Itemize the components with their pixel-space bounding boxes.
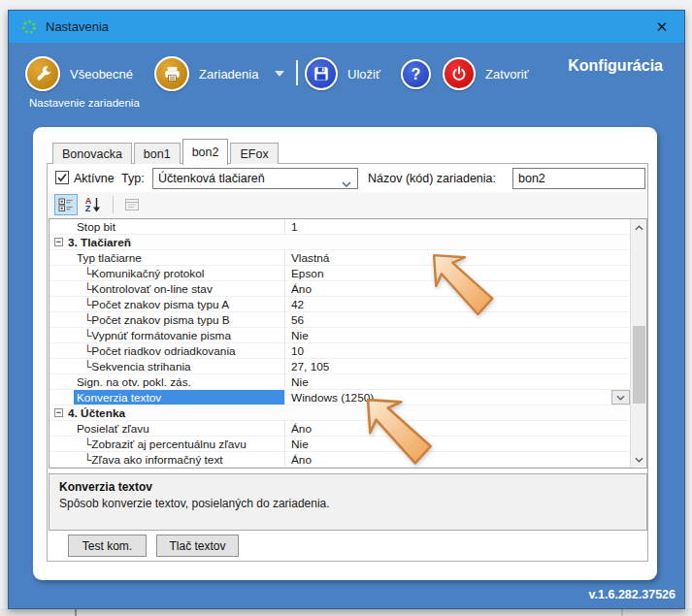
category-label: 3. Tlačiareň: [68, 235, 131, 249]
property-value[interactable]: Windows (1250): [285, 390, 630, 405]
category-label: 4. Účtenka: [68, 405, 125, 420]
property-value-text: 10: [291, 344, 304, 358]
help-button[interactable]: ?: [401, 59, 431, 89]
save-button[interactable]: Uložiť: [305, 57, 380, 90]
grid-row[interactable]: └Počet riadkov odriadkovania10: [49, 343, 630, 359]
property-value[interactable]: Nie: [285, 374, 630, 389]
scroll-up-button[interactable]: [631, 219, 647, 236]
property-name[interactable]: Sign. na otv. pokl. zás.: [49, 374, 285, 389]
property-name[interactable]: └Vypnúť formátovanie pisma: [49, 328, 285, 342]
property-value[interactable]: Epson: [285, 266, 630, 280]
property-value[interactable]: Nie: [285, 328, 630, 342]
print-texts-button[interactable]: Tlač textov: [156, 535, 239, 557]
property-description-title: Konverzia textov: [59, 480, 637, 494]
property-name[interactable]: └Zobraziť aj percentuálnu zľavu: [49, 437, 285, 451]
property-name[interactable]: └Počet znakov pisma typu A: [49, 297, 285, 311]
active-checkbox-label: Aktívne: [74, 172, 115, 185]
close-app-button-label: Zatvoriť: [485, 67, 529, 81]
devices-dropdown-icon[interactable]: [275, 71, 284, 77]
collapse-icon[interactable]: −: [54, 238, 63, 246]
wrench-icon: [25, 56, 60, 91]
grid-row[interactable]: Typ tlačiarneVlastná: [49, 250, 630, 266]
property-value[interactable]: 1: [285, 219, 630, 234]
property-name[interactable]: └Kontrolovať on-line stav: [49, 281, 285, 296]
property-value[interactable]: Nie: [285, 437, 630, 451]
property-grid[interactable]: Stop bit1−3. TlačiareňTyp tlačiarneVlast…: [49, 218, 647, 469]
active-checkbox[interactable]: [55, 171, 69, 184]
background-window-border: [75, 608, 77, 616]
property-name[interactable]: └Počet znakov pisma typu B: [49, 312, 285, 327]
grid-row[interactable]: └Zľava ako informačný textÁno: [49, 452, 630, 468]
property-description-text: Spôsob konverzie textov, posielaných do …: [59, 497, 637, 510]
tab-strip: Bonovackabon1bon2EFox: [52, 138, 280, 164]
page-title: Konfigurácia: [568, 57, 663, 75]
device-type-value: Účtenková tlačiareň: [158, 172, 265, 185]
desktop: Nastavenia ✕ Všeobecné Za: [0, 0, 692, 616]
grid-row[interactable]: └Komunikačný protokolEpson: [49, 266, 630, 281]
grid-category-row[interactable]: −3. Tlačiareň: [49, 235, 630, 250]
grid-row[interactable]: Posielať zľavuÁno: [49, 421, 630, 437]
grid-row[interactable]: └Vypnúť formátovanie pismaNie: [49, 328, 630, 343]
general-button-label: Všeobecné: [70, 67, 133, 81]
general-button[interactable]: Všeobecné: [25, 56, 133, 91]
grid-row[interactable]: Stop bit1: [49, 219, 630, 235]
alphabetical-sort-button[interactable]: AZ: [82, 194, 105, 215]
device-type-select[interactable]: Účtenková tlačiareň: [152, 168, 358, 189]
property-name[interactable]: └Sekvencia strihania: [49, 359, 285, 373]
property-value[interactable]: 27, 105: [285, 359, 630, 373]
property-pages-button[interactable]: [120, 194, 144, 215]
version-label: v.1.6.282.37526: [589, 588, 676, 601]
property-name[interactable]: Posielať zľavu: [49, 421, 285, 436]
property-value[interactable]: 56: [285, 312, 630, 327]
grid-category-row[interactable]: −4. Účtenka: [49, 405, 630, 421]
property-value[interactable]: Áno: [285, 421, 630, 436]
device-name-label: Názov (kód) zariadenia:: [368, 172, 496, 185]
devices-button[interactable]: Zariadenia: [154, 56, 284, 91]
property-value-text: Vlastná: [291, 251, 329, 265]
grid-row[interactable]: └Sekvencia strihania27, 105: [49, 359, 630, 374]
grid-row[interactable]: └Počet znakov pisma typu A42: [49, 297, 630, 312]
property-name[interactable]: └Počet riadkov odriadkovania: [49, 343, 285, 358]
property-value[interactable]: Áno: [285, 452, 630, 467]
property-name[interactable]: Typ tlačiarne: [49, 250, 285, 265]
printer-icon: [154, 56, 189, 91]
property-value-text: Nie: [291, 375, 309, 389]
property-name[interactable]: Konverzia textov: [49, 390, 285, 405]
alphabetical-sort-icon: AZ: [85, 197, 102, 212]
close-window-button[interactable]: ✕: [652, 17, 672, 37]
grid-row[interactable]: └Kontrolovať on-line stavÁno: [49, 281, 630, 297]
property-value[interactable]: 10: [285, 343, 630, 358]
grid-row[interactable]: Konverzia textovWindows (1250): [49, 390, 630, 405]
tab-bon2[interactable]: bon2: [182, 139, 229, 165]
property-value[interactable]: Áno: [285, 281, 630, 296]
tab-efox[interactable]: EFox: [230, 143, 278, 164]
tab-bonovacka[interactable]: Bonovacka: [52, 143, 132, 164]
grid-row[interactable]: Sign. na otv. pokl. zás.Nie: [49, 374, 630, 390]
categorized-view-button[interactable]: [54, 194, 78, 215]
value-dropdown-button[interactable]: [611, 390, 630, 405]
close-app-button[interactable]: Zatvoriť: [443, 57, 529, 90]
device-name-input[interactable]: bon2: [512, 168, 645, 189]
property-value-text: 27, 105: [291, 360, 329, 373]
property-value[interactable]: 42: [285, 297, 630, 311]
property-value-text: Áno: [291, 422, 312, 436]
tab-bon1[interactable]: bon1: [134, 143, 181, 164]
test-communication-button[interactable]: Test kom.: [68, 535, 147, 557]
grid-row[interactable]: └Počet znakov pisma typu B56: [49, 312, 630, 328]
collapse-icon[interactable]: −: [54, 408, 63, 417]
property-name[interactable]: └Komunikačný protokol: [49, 266, 285, 280]
titlebar[interactable]: Nastavenia ✕: [9, 11, 684, 43]
property-value[interactable]: Vlastná: [285, 250, 630, 265]
content-panel: Bonovackabon1bon2EFox Aktívne Typ: Účten…: [33, 127, 657, 580]
toolbar-separator: [113, 196, 114, 213]
property-value-text: Áno: [291, 282, 312, 296]
vertical-scrollbar[interactable]: [630, 219, 646, 468]
grid-row[interactable]: └Zobraziť aj percentuálnu zľavuNie: [49, 437, 630, 452]
property-name[interactable]: └Zľava ako informačný text: [49, 452, 285, 467]
background-window-sliver: [0, 608, 692, 616]
scroll-down-button[interactable]: [631, 451, 647, 468]
scrollbar-thumb[interactable]: [633, 326, 645, 404]
save-button-label: Uložiť: [347, 67, 380, 81]
app-icon: [21, 19, 37, 35]
property-name[interactable]: Stop bit: [49, 219, 285, 234]
